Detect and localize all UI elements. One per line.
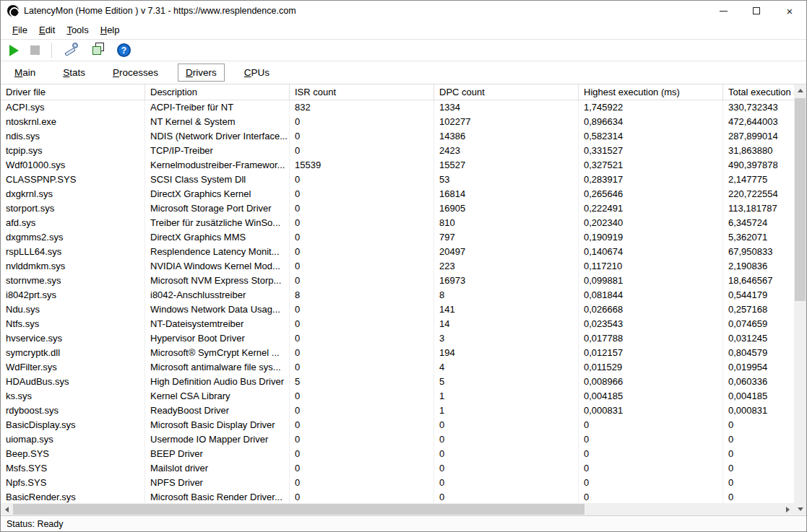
table-cell: 0 (290, 461, 434, 476)
table-cell: 0 (290, 173, 434, 187)
table-row[interactable]: hvservice.sysHypervisor Boot Driver030,0… (1, 331, 794, 346)
menu-edit[interactable]: Edit (33, 22, 61, 38)
column-header[interactable]: Description (145, 84, 290, 100)
table-cell: 0 (290, 216, 434, 230)
column-header[interactable]: Highest execution (ms) (579, 84, 723, 100)
table-row[interactable]: Npfs.SYSNPFS Driver0000 (1, 476, 794, 490)
tab-drivers[interactable]: Drivers (178, 64, 225, 82)
table-row[interactable]: Ndu.sysWindows Network Data Usag...01410… (1, 302, 794, 317)
minimize-button[interactable] (707, 1, 740, 21)
table-cell: 67,950833 (723, 245, 794, 259)
stop-icon (30, 45, 40, 55)
table-row[interactable]: dxgkrnl.sysDirectX Graphics Kernel016814… (1, 187, 794, 201)
column-header[interactable]: ISR count (290, 84, 434, 100)
table-row[interactable]: WdFilter.sysMicrosoft antimalware file s… (1, 360, 794, 375)
table-cell: WdFilter.sys (1, 360, 145, 375)
scroll-left-arrow-icon[interactable] (1, 503, 13, 515)
table-row[interactable]: stornvme.sysMicrosoft NVM Express Storp.… (1, 274, 794, 288)
table-row[interactable]: BasicDisplay.sysMicrosoft Basic Display … (1, 418, 794, 432)
horizontal-scrollbar[interactable] (1, 503, 794, 515)
table-cell: 0 (290, 187, 434, 201)
column-header[interactable]: DPC count (434, 84, 579, 100)
scroll-right-arrow-icon[interactable] (782, 503, 794, 515)
table-row[interactable]: uiomap.sysUsermode IO Mapper Driver0000 (1, 432, 794, 447)
table-cell: 0 (434, 461, 579, 476)
table-row[interactable]: rdyboost.sysReadyBoost Driver010,0008310… (1, 404, 794, 418)
table-cell: 194 (434, 346, 579, 360)
table-row[interactable]: symcryptk.dllMicrosoft® SymCrypt Kernel … (1, 346, 794, 360)
tab-stats[interactable]: Stats (55, 64, 93, 82)
table-cell: 0 (723, 476, 794, 490)
table-cell: 0,283917 (579, 173, 723, 187)
table-row[interactable]: HDAudBus.sysHigh Definition Audio Bus Dr… (1, 375, 794, 389)
table-row[interactable]: BasicRender.sysMicrosoft Basic Render Dr… (1, 490, 794, 503)
table-cell: Microsoft NVM Express Storp... (145, 274, 290, 288)
column-header[interactable]: Driver file (1, 84, 145, 100)
table-cell: Wdf01000.sys (1, 158, 145, 173)
table-cell: 0 (290, 331, 434, 346)
table-cell: Mailslot driver (145, 461, 290, 476)
maximize-icon (753, 7, 760, 14)
copy-report-button[interactable] (91, 42, 105, 59)
table-cell: 113,181787 (723, 201, 794, 216)
table-cell: Hypervisor Boot Driver (145, 331, 290, 346)
table-cell: 2,190836 (723, 259, 794, 274)
vertical-scroll-thumb[interactable] (795, 98, 806, 301)
menubar: FileEditToolsHelp (1, 21, 806, 40)
table-cell: 8 (434, 288, 579, 302)
stop-monitor-button[interactable] (30, 45, 40, 55)
table-cell: 1 (434, 389, 579, 404)
table-row[interactable]: rspLLL64.sysResplendence Latency Monit..… (1, 245, 794, 259)
table-cell: Msfs.SYS (1, 461, 145, 476)
table-row[interactable]: Beep.SYSBEEP Driver0000 (1, 447, 794, 461)
table-cell: SCSI Class System Dll (145, 173, 290, 187)
table-row[interactable]: dxgmms2.sysDirectX Graphics MMS07970,190… (1, 230, 794, 245)
table-cell: 1 (434, 404, 579, 418)
table-cell: 223 (434, 259, 579, 274)
table-cell: 0,000831 (579, 404, 723, 418)
table-row[interactable]: ks.sysKernel CSA Library010,0041850,0041… (1, 389, 794, 404)
horizontal-scroll-thumb[interactable] (13, 504, 584, 515)
table-cell: 0,008966 (579, 375, 723, 389)
table-cell: 0 (579, 476, 723, 490)
table-cell: 0,060336 (723, 375, 794, 389)
table-row[interactable]: afd.sysTreiber für zusätzliche WinSo...0… (1, 216, 794, 230)
table-cell: 5 (434, 375, 579, 389)
table-row[interactable]: ntoskrnl.exeNT Kernel & System01022770,8… (1, 115, 794, 129)
tab-cpus[interactable]: CPUs (236, 64, 277, 82)
tab-main[interactable]: Main (7, 64, 43, 82)
start-monitor-button[interactable] (9, 45, 19, 56)
table-cell: 0,190919 (579, 230, 723, 245)
menu-file[interactable]: File (7, 22, 33, 38)
table-row[interactable]: i8042prt.sysi8042-Anschlusstreiber880,08… (1, 288, 794, 302)
table-cell: 8 (290, 288, 434, 302)
column-header[interactable]: Total execution (ms) (723, 84, 794, 100)
table-row[interactable]: CLASSPNP.SYSSCSI Class System Dll0530,28… (1, 173, 794, 187)
help-button[interactable]: ? (117, 43, 131, 57)
table-row[interactable]: ACPI.sysACPI-Treiber für NT83213341,7459… (1, 100, 794, 115)
table-row[interactable]: ndis.sysNDIS (Network Driver Interface..… (1, 129, 794, 144)
table-row[interactable]: Msfs.SYSMailslot driver0000 (1, 461, 794, 476)
close-button[interactable]: × (773, 1, 806, 21)
table-cell: 0 (290, 447, 434, 461)
table-cell: NPFS Driver (145, 476, 290, 490)
table-row[interactable]: tcpip.sysTCP/IP-Treiber024230,33152731,8… (1, 144, 794, 158)
table-row[interactable]: storport.sysMicrosoft Storage Port Drive… (1, 201, 794, 216)
table-row[interactable]: Ntfs.sysNT-Dateisystemtreiber0140,023543… (1, 317, 794, 331)
table-row[interactable]: Wdf01000.sysKernelmodustreiber-Framewor.… (1, 158, 794, 173)
table-cell: 0,202340 (579, 216, 723, 230)
maximize-button[interactable] (740, 1, 773, 21)
driver-tools-button[interactable] (64, 42, 79, 59)
scroll-down-arrow-icon[interactable] (794, 503, 806, 515)
scroll-up-arrow-icon[interactable] (794, 84, 806, 97)
table-cell: stornvme.sys (1, 274, 145, 288)
table-cell: 0 (290, 129, 434, 144)
tab-processes[interactable]: Processes (105, 64, 166, 82)
table-cell: 0 (723, 432, 794, 447)
menu-help[interactable]: Help (95, 22, 126, 38)
table-cell: 0 (290, 432, 434, 447)
menu-tools[interactable]: Tools (61, 22, 94, 38)
table-row[interactable]: nvlddmkm.sysNVIDIA Windows Kernel Mod...… (1, 259, 794, 274)
vertical-scrollbar[interactable] (794, 84, 806, 515)
table-cell: 2,147775 (723, 173, 794, 187)
